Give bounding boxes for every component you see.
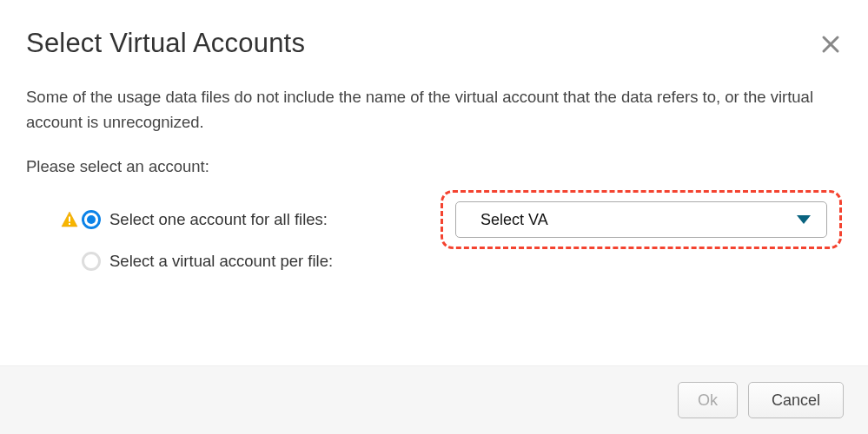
dialog-footer: Ok Cancel [0, 365, 868, 434]
dialog-description: Some of the usage data files do not incl… [26, 85, 842, 135]
ok-button[interactable]: Ok [678, 382, 738, 418]
dialog-header: Select Virtual Accounts [0, 0, 868, 59]
radio-all-files[interactable] [82, 210, 101, 229]
option-left-per-file: Select a virtual account per file: [61, 252, 452, 271]
close-button[interactable] [819, 33, 842, 56]
select-va-placeholder: Select VA [480, 211, 548, 229]
option-label-per-file: Select a virtual account per file: [109, 252, 333, 271]
radio-per-file[interactable] [82, 252, 101, 271]
cancel-button[interactable]: Cancel [748, 382, 844, 418]
select-va-highlight: Select VA [441, 190, 842, 249]
dialog-title: Select Virtual Accounts [26, 28, 305, 59]
select-va-dropdown[interactable]: Select VA [455, 201, 827, 238]
svg-rect-3 [69, 223, 70, 225]
chevron-down-icon [797, 215, 811, 224]
svg-rect-2 [69, 217, 70, 222]
option-left-all-files: Select one account for all files: [61, 210, 446, 229]
select-virtual-accounts-dialog: Select Virtual Accounts Some of the usag… [0, 0, 868, 434]
close-icon [821, 35, 840, 54]
warning-icon [61, 211, 78, 228]
option-row-all-files: Select one account for all files: Select… [26, 199, 842, 240]
dialog-body: Some of the usage data files do not incl… [0, 59, 868, 365]
dialog-prompt: Please select an account: [26, 157, 842, 176]
option-label-all-files: Select one account for all files: [109, 210, 328, 229]
